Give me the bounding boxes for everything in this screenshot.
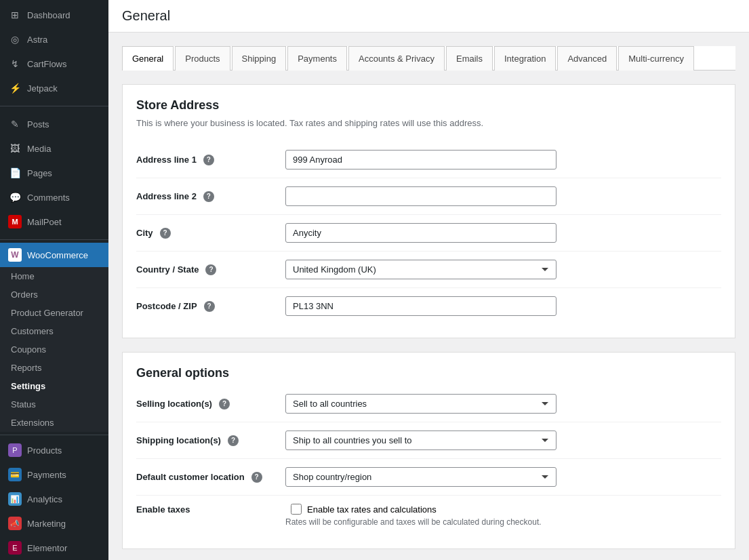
enable-taxes-checkbox[interactable] bbox=[291, 504, 302, 515]
postcode-help-icon[interactable]: ? bbox=[204, 301, 215, 312]
address1-label: Address line 1 ? bbox=[136, 155, 285, 165]
submenu-settings[interactable]: Settings bbox=[0, 377, 108, 395]
divider2 bbox=[0, 239, 108, 240]
enable-taxes-row: Enable taxes Enable tax rates and calcul… bbox=[136, 496, 721, 535]
divider3 bbox=[0, 435, 108, 435]
store-address-title: Store Address bbox=[136, 98, 721, 113]
city-help-icon[interactable]: ? bbox=[160, 228, 171, 239]
woocommerce-label: WooCommerce bbox=[27, 250, 88, 260]
sidebar-item-woocommerce[interactable]: W WooCommerce bbox=[0, 243, 108, 267]
default-customer-location-select[interactable]: Shop country/region No location by defau… bbox=[285, 467, 556, 487]
woocommerce-icon: W bbox=[8, 248, 22, 262]
sidebar-item-label: Media bbox=[27, 144, 51, 154]
submenu-orders[interactable]: Orders bbox=[0, 285, 108, 304]
tab-emails[interactable]: Emails bbox=[446, 46, 493, 71]
posts-icon: ✎ bbox=[8, 117, 22, 131]
selling-location-select[interactable]: Sell to all countries Sell to specific c… bbox=[285, 394, 556, 414]
sidebar-item-astra[interactable]: ◎ Astra bbox=[0, 27, 108, 52]
tab-advanced[interactable]: Advanced bbox=[557, 46, 617, 71]
sidebar-item-analytics[interactable]: 📊 Analytics bbox=[0, 487, 108, 511]
divider bbox=[0, 106, 108, 106]
submenu-reports[interactable]: Reports bbox=[0, 359, 108, 377]
payments-label: Payments bbox=[27, 470, 66, 480]
sidebar-item-label: Astra bbox=[27, 35, 47, 45]
page-title-bar: General bbox=[108, 0, 749, 33]
sidebar-item-products[interactable]: P Products bbox=[0, 438, 108, 462]
general-options-title: General options bbox=[136, 366, 721, 380]
address2-label: Address line 2 ? bbox=[136, 191, 285, 202]
enable-taxes-checkbox-wrap: Enable tax rates and calculations bbox=[291, 504, 437, 515]
selling-location-label: Selling location(s) ? bbox=[136, 399, 285, 409]
tab-multi-currency[interactable]: Multi-currency bbox=[618, 46, 694, 71]
sidebar-item-comments[interactable]: 💬 Comments bbox=[0, 185, 108, 209]
sidebar-item-payments[interactable]: 💳 Payments bbox=[0, 462, 108, 487]
submenu-product-generator[interactable]: Product Generator bbox=[0, 304, 108, 322]
sidebar-item-label: Jetpack bbox=[27, 83, 58, 94]
enable-taxes-label: Enable taxes bbox=[136, 504, 285, 515]
city-input[interactable] bbox=[285, 223, 556, 243]
address2-row: Address line 2 ? bbox=[136, 178, 721, 215]
sidebar-item-cartflows[interactable]: ↯ CartFlows bbox=[0, 52, 108, 76]
enable-taxes-label-wrap: Enable taxes Enable tax rates and calcul… bbox=[136, 504, 721, 515]
media-icon: 🖼 bbox=[8, 142, 22, 155]
sidebar: ⊞ Dashboard ◎ Astra ↯ CartFlows ⚡ Jetpac… bbox=[0, 0, 108, 560]
sidebar-item-elementor[interactable]: E Elementor bbox=[0, 536, 108, 560]
enable-taxes-desc: Rates will be configurable and taxes wil… bbox=[285, 517, 542, 527]
sidebar-item-posts[interactable]: ✎ Posts bbox=[0, 112, 108, 136]
sidebar-item-media[interactable]: 🖼 Media bbox=[0, 136, 108, 161]
sidebar-top-section: ⊞ Dashboard ◎ Astra ↯ CartFlows ⚡ Jetpac… bbox=[0, 0, 108, 103]
shipping-location-row: Shipping location(s) ? Ship to all count… bbox=[136, 422, 721, 459]
address1-row: Address line 1 ? bbox=[136, 142, 721, 178]
tab-accounts-privacy[interactable]: Accounts & Privacy bbox=[348, 46, 445, 71]
submenu-home[interactable]: Home bbox=[0, 267, 108, 285]
sidebar-item-label: Posts bbox=[27, 119, 49, 129]
sidebar-item-label: MailPoet bbox=[27, 217, 62, 227]
main-content: General General Products Shipping Paymen… bbox=[108, 0, 749, 560]
content-area: General Products Shipping Payments Accou… bbox=[108, 33, 749, 560]
postcode-row: Postcode / ZIP ? bbox=[136, 288, 721, 324]
dashboard-icon: ⊞ bbox=[8, 8, 22, 22]
postcode-input[interactable] bbox=[285, 296, 556, 316]
tab-general[interactable]: General bbox=[122, 46, 174, 71]
tab-integration[interactable]: Integration bbox=[494, 46, 556, 71]
selling-location-row: Selling location(s) ? Sell to all countr… bbox=[136, 386, 721, 422]
cartflows-icon: ↯ bbox=[8, 57, 22, 71]
submenu-coupons[interactable]: Coupons bbox=[0, 340, 108, 359]
address2-control bbox=[285, 186, 721, 206]
sidebar-item-jetpack[interactable]: ⚡ Jetpack bbox=[0, 76, 108, 100]
selling-location-help-icon[interactable]: ? bbox=[219, 399, 230, 409]
sidebar-mid-section: ✎ Posts 🖼 Media 📄 Pages 💬 Comments M Mai… bbox=[0, 109, 108, 237]
submenu-customers[interactable]: Customers bbox=[0, 322, 108, 340]
elementor-label: Elementor bbox=[27, 543, 67, 553]
sidebar-item-label: Dashboard bbox=[27, 10, 70, 20]
sidebar-item-label: CartFlows bbox=[27, 59, 67, 69]
tab-shipping[interactable]: Shipping bbox=[232, 46, 287, 71]
sidebar-item-marketing[interactable]: 📣 Marketing bbox=[0, 511, 108, 536]
store-address-section: Store Address This is where your busines… bbox=[122, 84, 735, 338]
tab-payments[interactable]: Payments bbox=[287, 46, 347, 71]
default-customer-location-control: Shop country/region No location by defau… bbox=[285, 467, 721, 487]
address1-control bbox=[285, 150, 721, 169]
mailpoet-icon: M bbox=[8, 215, 22, 228]
address1-help-icon[interactable]: ? bbox=[203, 155, 214, 165]
postcode-label: Postcode / ZIP ? bbox=[136, 301, 285, 312]
sidebar-item-pages[interactable]: 📄 Pages bbox=[0, 161, 108, 185]
default-customer-location-label: Default customer location ? bbox=[136, 472, 285, 483]
address2-help-icon[interactable]: ? bbox=[203, 191, 214, 202]
city-control bbox=[285, 223, 721, 243]
country-select[interactable]: United Kingdom (UK) United States (US) G… bbox=[285, 260, 556, 279]
sidebar-item-mailpoet[interactable]: M MailPoet bbox=[0, 209, 108, 234]
address2-input[interactable] bbox=[285, 186, 556, 206]
shipping-location-help-icon[interactable]: ? bbox=[228, 435, 239, 446]
comments-icon: 💬 bbox=[8, 191, 22, 204]
country-help-icon[interactable]: ? bbox=[205, 264, 216, 275]
marketing-icon: 📣 bbox=[8, 517, 22, 530]
sidebar-item-dashboard[interactable]: ⊞ Dashboard bbox=[0, 3, 108, 27]
submenu-extensions[interactable]: Extensions bbox=[0, 414, 108, 432]
tab-products[interactable]: Products bbox=[175, 46, 230, 71]
submenu-status[interactable]: Status bbox=[0, 395, 108, 414]
products-icon: P bbox=[8, 443, 22, 457]
address1-input[interactable] bbox=[285, 150, 556, 169]
default-customer-location-help-icon[interactable]: ? bbox=[251, 472, 262, 483]
shipping-location-select[interactable]: Ship to all countries you sell to Ship t… bbox=[285, 431, 556, 450]
